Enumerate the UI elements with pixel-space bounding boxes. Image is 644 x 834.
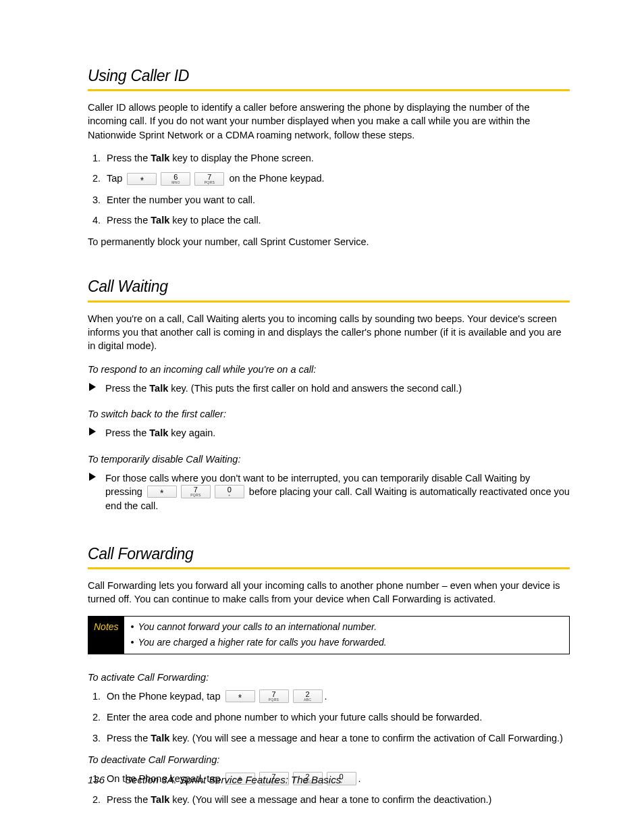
- list-item: 1. Press the Talk key to display the Pho…: [88, 151, 570, 165]
- list-item: 3. Enter the number you want to call.: [88, 193, 570, 207]
- keypad-star-icon: *: [225, 690, 255, 702]
- body-text: Call Forwarding lets you forward all you…: [88, 579, 570, 606]
- step-text: key. (This puts the first caller on hold…: [168, 383, 462, 394]
- heading-call-waiting: Call Waiting: [88, 276, 570, 297]
- divider: [88, 301, 570, 303]
- step-number: 1.: [92, 151, 101, 165]
- keypad-7-icon: 7PQRS: [259, 689, 289, 703]
- step-text: Press the: [107, 215, 151, 226]
- step-text: on the Phone keypad.: [226, 173, 324, 184]
- list-item: 4. Press the Talk key to place the call.: [88, 213, 570, 227]
- key-name: Talk: [151, 215, 169, 226]
- keypad-7-icon: 7PQRS: [194, 172, 224, 186]
- arrow-icon: [89, 383, 96, 391]
- step-text: key. (You will see a message and hear a …: [169, 733, 563, 744]
- step-text: key again.: [168, 427, 215, 438]
- key-name: Talk: [149, 383, 168, 394]
- note-text: You cannot forward your calls to an inte…: [138, 621, 377, 634]
- notes-box: Notes •You cannot forward your calls to …: [88, 616, 570, 654]
- list-item: 2. Press the Talk key. (You will see a m…: [88, 793, 570, 806]
- step-text: Press the: [107, 733, 151, 744]
- keypad-0-icon: 0+: [215, 485, 244, 498]
- step-text: key to display the Phone screen.: [169, 153, 314, 163]
- step-text: key. (You will see a message and hear a …: [169, 794, 491, 805]
- steps-list: 1. On the Phone keypad, tap *7PQRS2ABC. …: [88, 689, 570, 745]
- sub-heading: To temporarily disable Call Waiting:: [88, 452, 570, 466]
- arrow-list-item: Press the Talk key again.: [88, 426, 570, 440]
- step-text: Press the: [105, 427, 149, 438]
- step-number: 2.: [92, 793, 101, 806]
- step-number: 3.: [92, 731, 101, 745]
- step-number: 1.: [92, 689, 101, 703]
- arrow-list-item: Press the Talk key. (This puts the first…: [88, 382, 570, 395]
- step-number: 2.: [92, 172, 101, 185]
- step-text: key to place the call.: [169, 215, 261, 226]
- step-number: 4.: [92, 213, 101, 227]
- step-number: 3.: [92, 193, 101, 207]
- notes-content: •You cannot forward your calls to an int…: [124, 617, 569, 654]
- arrow-list-item: For those calls where you don't want to …: [88, 471, 570, 513]
- notes-label: Notes: [88, 617, 124, 654]
- sub-heading: To deactivate Call Forwarding:: [88, 753, 570, 766]
- key-name: Talk: [149, 427, 168, 438]
- step-text: .: [358, 773, 361, 784]
- step-text: Enter the number you want to call.: [107, 194, 255, 205]
- page-footer: 136Section 3A. Sprint Service Features: …: [88, 773, 341, 787]
- body-text: When you're on a call, Call Waiting aler…: [88, 312, 570, 353]
- keypad-star-icon: *: [147, 486, 177, 498]
- step-number: 2.: [92, 710, 101, 724]
- arrow-icon: [89, 427, 96, 436]
- arrow-icon: [89, 473, 96, 481]
- step-text: Press the: [105, 383, 149, 394]
- sub-heading: To switch back to the first caller:: [88, 407, 570, 421]
- keypad-6-icon: 6MNO: [161, 172, 190, 186]
- key-name: Talk: [151, 153, 169, 163]
- divider: [88, 89, 570, 91]
- key-name: Talk: [151, 794, 169, 805]
- list-item: 2. Tap *6MNO7PQRS on the Phone keypad.: [88, 172, 570, 186]
- step-text: On the Phone keypad, tap: [107, 691, 223, 702]
- keypad-7-icon: 7PQRS: [181, 485, 211, 498]
- step-text: Press the: [107, 794, 151, 805]
- step-text: Tap: [107, 173, 125, 184]
- list-item: 1. On the Phone keypad, tap *7PQRS2ABC.: [88, 689, 570, 704]
- steps-list: 1. Press the Talk key to display the Pho…: [88, 151, 570, 227]
- sub-heading: To respond to an incoming call while you…: [88, 363, 570, 376]
- step-text: Press the: [107, 153, 151, 163]
- keypad-star-icon: *: [127, 173, 157, 185]
- body-text: Caller ID allows people to identify a ca…: [88, 101, 570, 142]
- page-number: 136: [88, 774, 105, 785]
- footer-title: Section 3A. Sprint Service Features: The…: [125, 774, 341, 785]
- keypad-2-icon: 2ABC: [293, 689, 323, 703]
- step-text: .: [325, 691, 327, 702]
- sub-heading: To activate Call Forwarding:: [88, 671, 570, 684]
- key-name: Talk: [151, 733, 169, 744]
- note-text: You are charged a higher rate for calls …: [138, 636, 386, 650]
- body-text: To permanently block your number, call S…: [88, 235, 570, 249]
- heading-using-caller-id: Using Caller ID: [88, 65, 570, 86]
- list-item: 3. Press the Talk key. (You will see a m…: [88, 731, 570, 745]
- document-page: Using Caller ID Caller ID allows people …: [0, 0, 644, 834]
- heading-call-forwarding: Call Forwarding: [88, 543, 570, 565]
- divider: [88, 567, 570, 569]
- step-text: Enter the area code and phone number to …: [107, 712, 482, 723]
- list-item: 2. Enter the area code and phone number …: [88, 710, 570, 724]
